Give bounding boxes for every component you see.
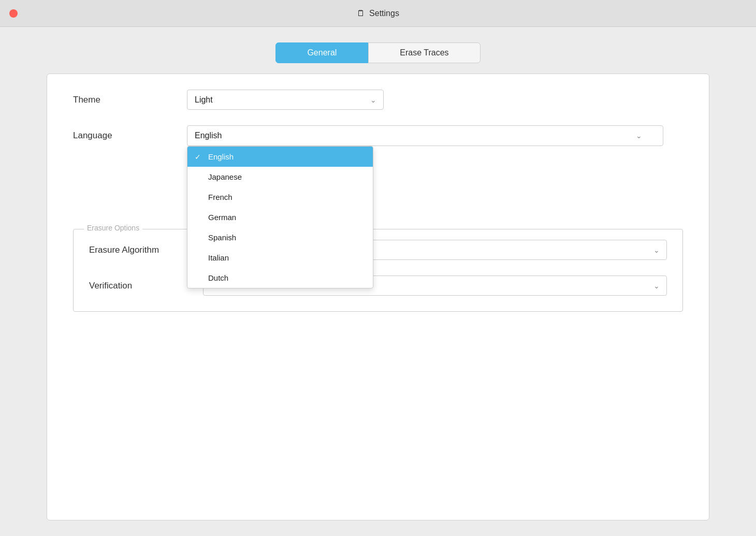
lang-option-english[interactable]: ✓ English	[187, 147, 373, 167]
main-content: General Erase Traces Theme Light Dark ⌄ …	[0, 27, 756, 536]
theme-row: Theme Light Dark ⌄	[73, 90, 683, 110]
language-dropdown-wrapper: English ⌄ ✓ English Japanese French	[187, 125, 663, 146]
lang-option-dutch[interactable]: Dutch	[187, 268, 373, 288]
close-button[interactable]	[9, 9, 18, 18]
erasure-algorithm-row: Erasure Algorithm ⌄	[89, 240, 667, 260]
theme-label: Theme	[73, 95, 187, 105]
theme-dropdown[interactable]: Light Dark ⌄	[187, 90, 384, 110]
lang-option-french[interactable]: French	[187, 187, 373, 207]
erasure-algorithm-label: Erasure Algorithm	[89, 245, 203, 255]
language-dropdown-open: ✓ English Japanese French German Spanish	[187, 146, 373, 288]
erasure-options-group: Erasure Options Erasure Algorithm ⌄ Veri…	[73, 229, 683, 312]
tab-bar: General Erase Traces	[47, 42, 709, 63]
language-trigger[interactable]: English ⌄	[187, 125, 663, 146]
check-icon: ✓	[195, 153, 201, 161]
lang-option-italian[interactable]: Italian	[187, 248, 373, 268]
window-title: 🗒 Settings	[357, 9, 399, 18]
verification-row: Verification No Verification Last Pass A…	[89, 276, 667, 296]
theme-select[interactable]: Light Dark	[187, 90, 384, 110]
lang-option-spanish[interactable]: Spanish	[187, 227, 373, 248]
lang-option-german[interactable]: German	[187, 207, 373, 227]
lang-option-japanese[interactable]: Japanese	[187, 167, 373, 187]
erasure-options-legend: Erasure Options	[84, 224, 142, 232]
settings-panel: Theme Light Dark ⌄ Language English ⌄	[47, 74, 709, 520]
language-selected-value: English	[195, 131, 222, 140]
verification-label: Verification	[89, 281, 203, 291]
language-label: Language	[73, 125, 187, 141]
titlebar: 🗒 Settings	[0, 0, 756, 27]
language-row: Language English ⌄ ✓ English Japanese	[73, 125, 683, 146]
settings-icon: 🗒	[357, 9, 365, 18]
language-arrow-icon: ⌄	[636, 132, 642, 140]
title-text: Settings	[369, 9, 399, 18]
tab-general[interactable]: General	[275, 42, 368, 63]
tab-erase-traces[interactable]: Erase Traces	[368, 42, 480, 63]
